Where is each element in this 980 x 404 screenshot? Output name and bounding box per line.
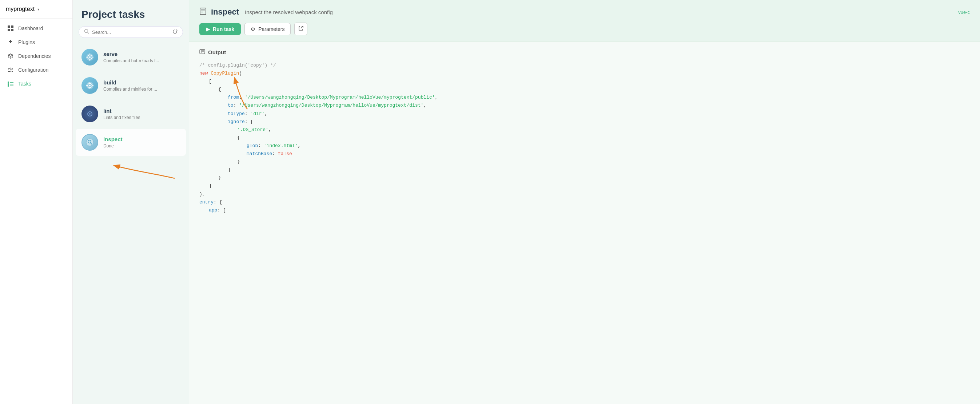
code-line: '.DS_Store', (199, 126, 970, 134)
search-bar (79, 26, 183, 38)
vue-badge: vue-c (958, 10, 970, 15)
sidebar-item-configuration[interactable]: Configuration (0, 63, 72, 77)
task-item-build[interactable]: build Compiles and minifies for ... (76, 72, 186, 99)
page-title: Project tasks (81, 9, 180, 21)
serve-task-info: serve Compiles and hot-reloads f... (103, 51, 180, 63)
open-external-button[interactable] (294, 22, 307, 35)
task-detail-body: Output /* config.plugin('copy') */ new C… (189, 42, 980, 404)
sidebar-nav: Dashboard Plugins Dependencies (0, 19, 72, 94)
svg-rect-7 (10, 84, 13, 85)
code-line: { (199, 86, 970, 94)
list-icon (7, 80, 14, 87)
sidebar-item-tasks[interactable]: Tasks (0, 77, 72, 91)
task-detail-title-row: inspect Inspect the resolved webpack con… (199, 7, 970, 17)
task-detail-name: inspect (211, 7, 239, 17)
task-list-header: Project tasks (73, 0, 189, 26)
task-detail-subtitle: Inspect the resolved webpack config (245, 9, 333, 15)
svg-point-21 (89, 85, 91, 86)
task-items: serve Compiles and hot-reloads f... (73, 44, 189, 404)
svg-point-14 (89, 56, 91, 58)
task-item-lint[interactable]: lint Lints and fixes files (76, 101, 186, 128)
code-output: /* config.plugin('copy') */ new CopyPlug… (199, 62, 970, 214)
sliders-icon (7, 67, 14, 73)
svg-rect-32 (200, 8, 206, 14)
parameters-label: Parameters (258, 26, 285, 32)
puzzle-icon (7, 39, 14, 45)
code-line: { (199, 134, 970, 142)
lint-icon (81, 105, 98, 122)
svg-line-36 (301, 26, 303, 29)
search-icon (84, 29, 89, 35)
svg-rect-6 (8, 83, 9, 85)
output-label: Output (208, 49, 226, 55)
chevron-down-icon: ▾ (37, 7, 39, 11)
lint-task-info: lint Lints and fixes files (103, 108, 180, 120)
build-icon (81, 77, 98, 94)
output-icon (199, 49, 205, 56)
svg-rect-4 (8, 81, 9, 83)
code-line: } (199, 174, 970, 182)
gear-icon: ⚙ (251, 26, 255, 32)
task-detail-panel: inspect Inspect the resolved webpack con… (189, 0, 980, 404)
task-detail-icon (199, 8, 207, 17)
inspect-task-desc: Done (103, 144, 180, 149)
package-icon (7, 53, 14, 59)
search-input[interactable] (92, 29, 170, 35)
sidebar-item-label: Plugins (18, 39, 35, 45)
code-line: ignore: [ (199, 118, 970, 126)
svg-rect-2 (8, 29, 10, 31)
inspect-task-name: inspect (103, 136, 180, 142)
svg-rect-8 (8, 85, 9, 86)
inspect-icon (81, 134, 98, 151)
grid-icon (7, 25, 14, 32)
build-task-info: build Compiles and minifies for ... (103, 79, 180, 92)
task-detail-actions: ▶ Run task ⚙ Parameters (199, 22, 970, 35)
serve-task-desc: Compiles and hot-reloads f... (103, 58, 180, 63)
run-task-button[interactable]: ▶ Run task (199, 23, 241, 35)
code-line: ] (199, 182, 970, 190)
sidebar-item-dashboard[interactable]: Dashboard (0, 21, 72, 35)
sidebar-item-dependencies[interactable]: Dependencies (0, 49, 72, 63)
code-line: glob: 'index.html', (199, 142, 970, 150)
task-item-serve[interactable]: serve Compiles and hot-reloads f... (76, 44, 186, 70)
code-line: [ (199, 78, 970, 86)
lint-task-name: lint (103, 108, 180, 114)
svg-rect-3 (11, 29, 13, 31)
task-detail-header: inspect Inspect the resolved webpack con… (189, 0, 980, 42)
task-list-panel: Project tasks (73, 0, 189, 404)
run-task-label: Run task (213, 26, 234, 32)
sidebar-item-plugins[interactable]: Plugins (0, 35, 72, 49)
serve-task-name: serve (103, 51, 180, 57)
svg-line-11 (88, 32, 89, 34)
external-link-icon (298, 26, 303, 32)
code-line: toType: 'dir', (199, 110, 970, 118)
svg-rect-9 (10, 86, 13, 86)
code-line: entry: { (199, 198, 970, 206)
sidebar-item-label: Configuration (18, 67, 48, 73)
parameters-button[interactable]: ⚙ Parameters (245, 23, 291, 35)
build-task-desc: Compiles and minifies for ... (103, 86, 180, 92)
svg-rect-0 (8, 26, 10, 28)
svg-point-28 (89, 113, 91, 115)
build-task-name: build (103, 79, 180, 86)
sidebar-header[interactable]: myprogtext ▾ (0, 0, 72, 19)
refresh-icon[interactable] (172, 29, 178, 35)
sidebar-item-label: Tasks (18, 81, 31, 86)
project-name-label: myprogtext (6, 6, 35, 12)
sidebar-item-label: Dashboard (18, 26, 43, 31)
code-line: } (199, 158, 970, 166)
sidebar: myprogtext ▾ Dashboard Plugins (0, 0, 73, 404)
output-header: Output (199, 49, 970, 56)
play-icon: ▶ (206, 26, 210, 32)
code-line: matchBase: false (199, 150, 970, 158)
code-line: app: [ (199, 206, 970, 214)
task-item-inspect[interactable]: inspect Done (76, 129, 186, 156)
code-line: from: '/Users/wangzhongqing/Desktop/Mypr… (199, 94, 970, 102)
svg-rect-5 (10, 82, 13, 83)
inspect-task-info: inspect Done (103, 136, 180, 149)
serve-icon (81, 49, 98, 65)
code-line: ), (199, 190, 970, 198)
svg-point-29 (86, 139, 94, 146)
code-line: ] (199, 166, 970, 174)
sidebar-item-label: Dependencies (18, 53, 51, 59)
